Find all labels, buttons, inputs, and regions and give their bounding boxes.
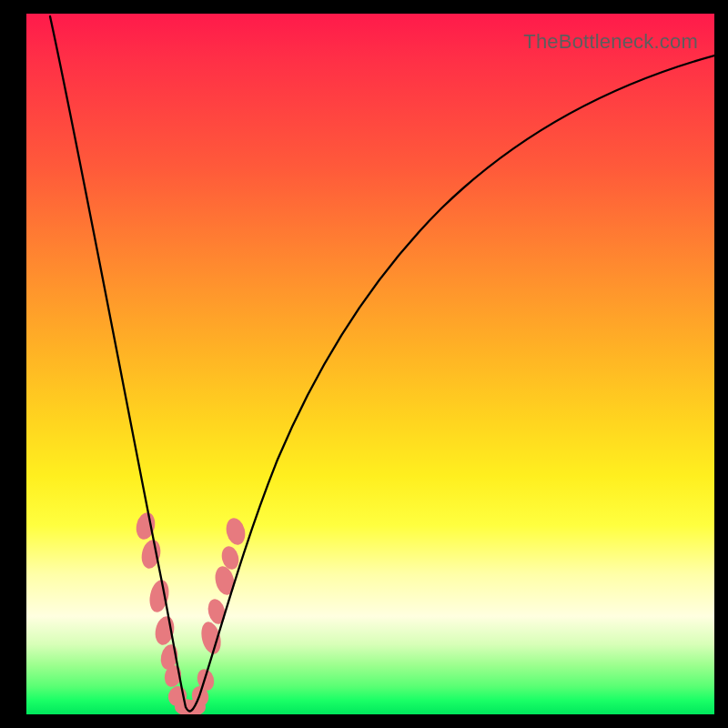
svg-point-11 [198,620,224,656]
svg-point-15 [224,516,248,547]
chart-svg [26,14,714,714]
bottleneck-curve [50,16,714,711]
plot-area: TheBottleneck.com [26,14,714,714]
svg-point-12 [206,597,228,626]
chart-frame: TheBottleneck.com [0,0,728,728]
marker-blobs [134,511,248,714]
